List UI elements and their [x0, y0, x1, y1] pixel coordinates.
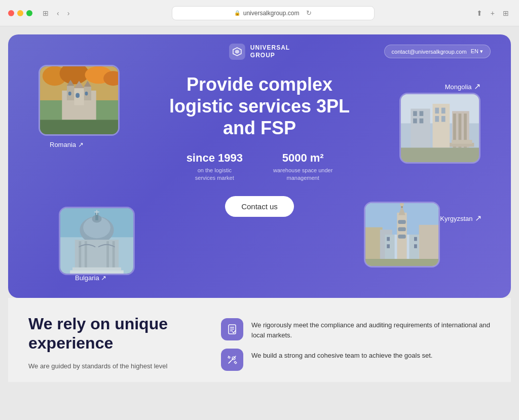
browser-chrome: ⊞ ‹ › 🔒 universalkgroup.com ↻ ⬆ + ⊞	[0, 0, 519, 26]
contact-email: contact@universalkgroup.com	[392, 49, 467, 55]
feature-icon-1	[221, 318, 243, 340]
svg-rect-63	[398, 235, 405, 239]
hero-section: UNIVERSAL GROUP contact@universalkgroup.…	[8, 34, 511, 298]
minimize-button[interactable]	[17, 10, 23, 16]
hero-title: Provide complex logistic services 3PL an…	[163, 73, 356, 139]
tools-icon	[227, 354, 238, 365]
section-description: We are guided by standards of the highes…	[28, 361, 191, 372]
section-title: We rely on unique experience	[28, 314, 191, 353]
feature-icon-2	[221, 349, 243, 371]
right-content: We rigorously meet the compliance and au…	[221, 314, 491, 371]
hero-nav: UNIVERSAL GROUP contact@universalkgroup.…	[8, 34, 511, 58]
feature-item-2: We build a strong and cohesive team to a…	[221, 349, 491, 371]
browser-controls: ⊞ ‹ ›	[41, 8, 71, 18]
svg-rect-45	[75, 240, 119, 269]
contact-us-button[interactable]: Contact us	[225, 196, 294, 217]
lock-icon: 🔒	[234, 10, 240, 16]
hero-content: Provide complex logistic services 3PL an…	[8, 58, 511, 217]
stat-space-value: 5000 m²	[273, 151, 332, 165]
feature-text-2: We build a strong and cohesive team to a…	[251, 349, 432, 361]
svg-rect-46	[79, 241, 81, 268]
svg-rect-67	[387, 244, 390, 248]
new-tab-button[interactable]: +	[489, 8, 497, 18]
grid-button[interactable]: ⊞	[501, 8, 511, 18]
svg-rect-70	[365, 259, 438, 266]
svg-rect-62	[398, 227, 405, 232]
left-content: We rely on unique experience We are guid…	[28, 314, 191, 372]
close-button[interactable]	[8, 10, 14, 16]
bulgaria-placeholder	[60, 208, 133, 274]
forward-button[interactable]: ›	[65, 8, 72, 18]
feature-text-1: We rigorously meet the compliance and au…	[251, 318, 491, 340]
maximize-button[interactable]	[26, 10, 32, 16]
logo-icon	[229, 44, 245, 60]
logo-container: UNIVERSAL GROUP	[229, 44, 290, 60]
stat-since: since 1993 on the logistic services mark…	[187, 151, 243, 182]
url-text: universalkgroup.com	[243, 10, 300, 17]
page-wrapper: UNIVERSAL GROUP contact@universalkgroup.…	[0, 26, 519, 420]
svg-rect-68	[414, 237, 417, 241]
language-selector[interactable]: EN ▾	[471, 48, 483, 55]
hero-stats: since 1993 on the logistic services mark…	[8, 151, 511, 182]
bulgaria-arrow-icon: ↗	[101, 274, 106, 282]
bottom-section: We rely on unique experience We are guid…	[8, 298, 511, 382]
contact-badge[interactable]: contact@universalkgroup.com EN ▾	[384, 45, 491, 58]
stat-since-label: on the logistic services market	[187, 167, 243, 182]
logo-text: UNIVERSAL GROUP	[250, 44, 290, 59]
refresh-icon[interactable]: ↻	[306, 9, 312, 17]
back-button[interactable]: ‹	[55, 8, 61, 18]
share-button[interactable]: ⬆	[474, 8, 485, 18]
browser-right: ⬆ + ⊞	[474, 8, 511, 18]
svg-rect-61	[398, 220, 405, 224]
sidebar-toggle[interactable]: ⊞	[41, 8, 51, 18]
stat-space-label: warehouse space under management	[273, 167, 332, 182]
stat-since-value: since 1993	[187, 151, 243, 165]
svg-rect-51	[70, 271, 124, 274]
stat-space: 5000 m² warehouse space under management	[273, 151, 332, 182]
feature-item-1: We rigorously meet the compliance and au…	[221, 318, 491, 340]
svg-rect-50	[72, 268, 121, 271]
svg-rect-69	[414, 244, 417, 248]
address-bar[interactable]: 🔒 universalkgroup.com ↻	[172, 6, 375, 20]
bulgaria-label[interactable]: Bulgaria ↗	[75, 274, 106, 282]
svg-rect-66	[387, 237, 390, 241]
traffic-lights	[8, 10, 32, 16]
document-check-icon	[227, 324, 238, 335]
svg-rect-49	[113, 241, 115, 268]
